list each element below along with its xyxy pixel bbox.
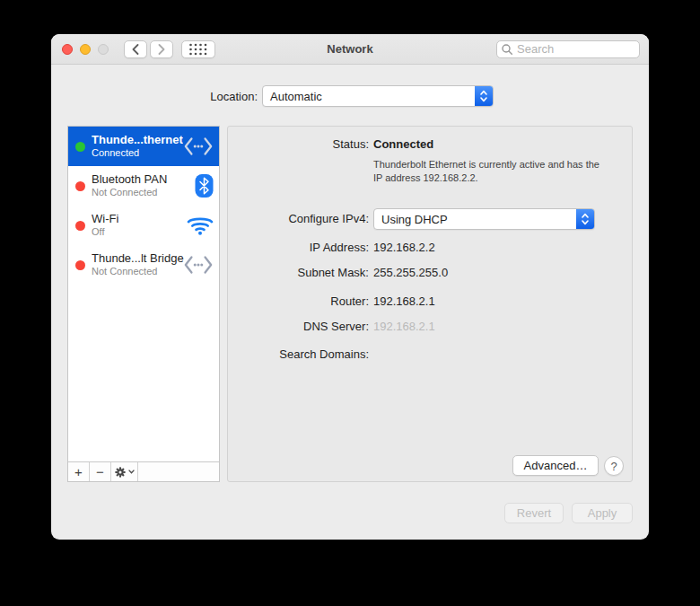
add-service-button[interactable]: +: [68, 462, 90, 481]
configure-ipv4-row: Configure IPv4:: [228, 208, 369, 230]
status-label: Status:: [228, 137, 369, 151]
service-status: Not Connected: [92, 266, 184, 278]
location-label: Location:: [51, 90, 258, 103]
router-label: Router:: [228, 294, 369, 308]
actions-bar-filler: [138, 462, 219, 481]
router-value: 192.168.2.1: [373, 294, 435, 308]
dns-server-label: DNS Server:: [228, 320, 369, 333]
status-dot: [75, 260, 85, 270]
service-name: Wi-Fi: [92, 212, 118, 226]
close-button[interactable]: [62, 44, 73, 55]
bluetooth-icon: [195, 174, 214, 198]
ip-address-label: IP Address:: [228, 241, 369, 254]
forward-button[interactable]: [150, 40, 173, 58]
network-preferences-window: Network Location: Automatic Thunde...the…: [51, 34, 649, 540]
back-button[interactable]: [124, 40, 147, 58]
stepper-icon: [576, 209, 594, 229]
advanced-button[interactable]: Advanced…: [512, 455, 599, 476]
chevron-left-icon: [132, 44, 139, 55]
subnet-mask-label: Subnet Mask:: [228, 266, 369, 279]
list-item-thunderbolt-ethernet[interactable]: Thunde...thernet Connected: [68, 127, 219, 166]
configure-ipv4-label: Configure IPv4:: [228, 208, 369, 230]
search-domains-label: Search Domains:: [228, 347, 369, 361]
search-field-wrap: [496, 40, 640, 58]
status-value: Connected: [373, 137, 433, 151]
list-item-bluetooth-pan[interactable]: Bluetooth PAN Not Connected: [68, 166, 219, 206]
service-actions-bar: + −: [68, 461, 219, 481]
ip-address-row: IP Address: 192.168.2.2: [228, 241, 435, 254]
revert-button[interactable]: Revert: [504, 503, 564, 523]
list-item-thunderbolt-bridge[interactable]: Thunde...lt Bridge Not Connected: [68, 245, 219, 285]
title-bar: Network: [51, 34, 649, 65]
service-status: Off: [92, 226, 118, 239]
subnet-mask-row: Subnet Mask: 255.255.255.0: [228, 266, 448, 279]
service-name: Bluetooth PAN: [92, 172, 167, 187]
apply-button[interactable]: Apply: [572, 503, 633, 523]
dns-server-value: 192.168.2.1: [373, 320, 435, 333]
chevron-right-icon: [158, 44, 165, 55]
service-name: Thunde...thernet: [92, 133, 183, 147]
thunderbolt-ethernet-icon: [183, 136, 214, 157]
search-input[interactable]: [496, 40, 640, 58]
connection-details-panel: Status: Connected Thunderbolt Ethernet i…: [227, 126, 633, 482]
status-dot: [75, 142, 85, 152]
action-menu-button[interactable]: [111, 462, 138, 481]
configure-ipv4-value: Using DHCP: [381, 213, 448, 226]
dns-server-row: DNS Server: 192.168.2.1: [228, 320, 435, 333]
help-button[interactable]: ?: [604, 456, 624, 476]
location-value: Automatic: [270, 90, 322, 103]
gear-icon: [114, 466, 127, 479]
configure-ipv4-popup[interactable]: Using DHCP: [373, 208, 595, 230]
location-popup[interactable]: Automatic: [262, 85, 494, 107]
chevron-down-icon: [128, 470, 135, 474]
list-item-wifi[interactable]: Wi-Fi Off: [68, 206, 219, 245]
minimize-button[interactable]: [80, 44, 91, 55]
subnet-mask-value: 255.255.255.0: [373, 266, 448, 279]
ip-address-value: 192.168.2.2: [373, 241, 435, 254]
zoom-button-disabled: [98, 44, 109, 55]
status-dot: [75, 181, 85, 191]
wifi-icon: [187, 215, 214, 236]
show-all-button[interactable]: [181, 40, 215, 58]
status-description: Thunderbolt Ethernet is currently active…: [373, 158, 599, 185]
status-row: Status: Connected: [228, 137, 433, 151]
traffic-lights: [62, 44, 109, 55]
status-dot: [75, 221, 85, 231]
thunderbolt-bridge-icon: [183, 254, 214, 276]
search-domains-row: Search Domains:: [228, 347, 373, 361]
service-name: Thunde...lt Bridge: [92, 251, 184, 266]
remove-service-button[interactable]: −: [90, 462, 111, 481]
router-row: Router: 192.168.2.1: [228, 294, 435, 308]
service-status: Not Connected: [92, 187, 167, 199]
show-all-icon: [188, 43, 208, 56]
search-icon: [501, 43, 513, 56]
service-status: Connected: [92, 147, 183, 160]
stepper-icon: [475, 86, 493, 106]
services-list: Thunde...thernet Connected Bluetooth PAN…: [67, 126, 220, 482]
